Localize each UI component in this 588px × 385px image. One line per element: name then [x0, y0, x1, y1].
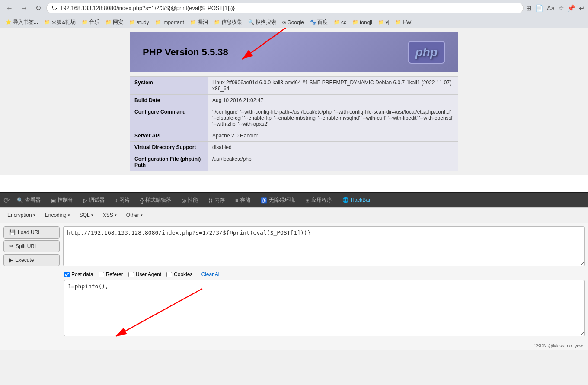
- console-icon: ▣: [51, 197, 56, 204]
- network-icon: ↕: [115, 197, 118, 204]
- accessibility-icon: ♿: [261, 197, 267, 204]
- tab-storage[interactable]: ≡ 存储: [230, 193, 256, 207]
- table-label-cell: System: [130, 77, 208, 95]
- table-row: Virtual Directory Supportdisabled: [130, 142, 458, 153]
- bookmark-google[interactable]: G Google: [280, 19, 306, 26]
- bookmark-hw[interactable]: 📁 HW: [393, 19, 413, 26]
- table-value-cell: './configure' '--with-config-file-path=/…: [208, 106, 458, 130]
- post-data-checkbox[interactable]: [64, 272, 70, 277]
- table-label-cell: Configuration File (php.ini) Path: [130, 153, 208, 171]
- footer-text: CSDN @Massimo_ycw: [534, 343, 583, 348]
- tab-perf[interactable]: ◎ 性能: [176, 193, 203, 207]
- table-value-cell: Aug 10 2016 21:02:47: [208, 95, 458, 106]
- bookmark-baidu[interactable]: 🐾 百度: [308, 18, 330, 27]
- nav-bar: ← → ↻ 🛡 ⊞ 📄 Aa ☆ 📌 ↩: [0, 0, 588, 16]
- encoding-menu[interactable]: Encoding ▾: [41, 210, 74, 220]
- star-icon[interactable]: ☆: [558, 4, 564, 12]
- bookmark-baidu-label: 百度: [317, 19, 328, 26]
- bookmark-infocollect-icon: 📁: [214, 19, 220, 25]
- bookmark-study-icon: 📁: [129, 19, 135, 25]
- perf-icon: ◎: [182, 197, 186, 204]
- bookmark-study-label: study: [137, 19, 149, 25]
- address-bar[interactable]: [60, 5, 518, 11]
- bookmark-study[interactable]: 📁 study: [127, 19, 151, 26]
- bookmark-hw-label: HW: [403, 19, 411, 25]
- table-row: SystemLinux 2ff0906ae91d 6.0.0-kali3-amd…: [130, 77, 458, 95]
- bookmark-sogou[interactable]: 🔍 搜狗搜索: [246, 18, 278, 27]
- tab-network[interactable]: ↕ 网络: [110, 193, 135, 207]
- tab-memory[interactable]: ⟨⟩ 内存: [203, 193, 230, 207]
- bookmark-tongji[interactable]: 📁 tongji: [350, 19, 374, 26]
- php-info-table: SystemLinux 2ff0906ae91d 6.0.0-kali3-amd…: [130, 76, 458, 171]
- referer-checkbox-label[interactable]: Referer: [99, 271, 123, 277]
- bookmark-vuln[interactable]: 📁 漏洞: [188, 18, 210, 27]
- cookies-checkbox-label[interactable]: Cookies: [166, 271, 192, 277]
- hackbar-url-section: 💾 Load URL ✂ Split URL ▶ Execute: [0, 223, 588, 270]
- execute-button[interactable]: ▶ Execute: [3, 254, 60, 266]
- main-content: PHP Version 5.5.38 php: [0, 28, 588, 192]
- bookmark-netsec-label: 网安: [113, 19, 123, 26]
- bookmark-netsec[interactable]: 📁 网安: [103, 18, 125, 27]
- bookmark-music-label: 音乐: [89, 19, 99, 26]
- tab-hackbar[interactable]: 🌐 HackBar: [337, 194, 376, 207]
- table-value-cell: Linux 2ff0906ae91d 6.0.0-kali3-amd64 #1 …: [208, 77, 458, 95]
- table-row: Build DateAug 10 2016 21:02:47: [130, 95, 458, 106]
- tab-accessibility[interactable]: ♿ 无障碍环境: [256, 193, 300, 207]
- bookmark-tongji-label: tongji: [360, 19, 372, 25]
- encryption-menu[interactable]: Encryption ▾: [3, 210, 39, 220]
- bookmark-infocollect[interactable]: 📁 信息收集: [212, 18, 244, 27]
- bookmark-infocollect-label: 信息收集: [221, 19, 242, 26]
- forward-button[interactable]: →: [18, 3, 30, 13]
- tab-style-label: 样式编辑器: [145, 197, 171, 204]
- bookmark-music[interactable]: 📁 音乐: [80, 18, 102, 27]
- load-url-button[interactable]: 💾 Load URL: [3, 226, 60, 239]
- devtools-toggle[interactable]: ⟳: [3, 196, 10, 205]
- app-icon: ⊞: [305, 197, 310, 204]
- execute-label: Execute: [15, 257, 34, 263]
- xss-dropdown-icon: ▾: [115, 213, 117, 217]
- cookies-checkbox[interactable]: [166, 272, 172, 277]
- post-data-checkbox-label[interactable]: Post data: [64, 271, 93, 277]
- clear-all-button[interactable]: Clear All: [201, 271, 220, 277]
- reload-button[interactable]: ↻: [33, 3, 44, 13]
- url-input[interactable]: [63, 226, 585, 266]
- translate-icon[interactable]: Aa: [547, 4, 555, 12]
- debugger-icon: ▷: [83, 197, 87, 204]
- split-url-button[interactable]: ✂ Split URL: [3, 240, 60, 252]
- user-agent-checkbox[interactable]: [128, 272, 134, 277]
- hackbar-menu: Encryption ▾ Encoding ▾ SQL ▾ XSS ▾ Othe…: [0, 208, 588, 223]
- extensions-icon[interactable]: ⊞: [526, 4, 532, 12]
- tab-hackbar-label: HackBar: [351, 197, 371, 203]
- tab-debugger[interactable]: ▷ 调试器: [78, 193, 110, 207]
- tab-style[interactable]: {} 样式编辑器: [135, 193, 176, 207]
- xss-label: XSS: [103, 212, 113, 218]
- post-data-input[interactable]: [64, 280, 585, 336]
- user-agent-checkbox-label[interactable]: User Agent: [128, 271, 161, 277]
- bookmark-import-icon: ⭐: [6, 19, 12, 25]
- bookmark-import-label: 导入书签...: [13, 19, 38, 26]
- other-menu[interactable]: Other ▾: [122, 210, 147, 220]
- pin-icon[interactable]: 📌: [567, 4, 575, 12]
- other-label: Other: [126, 212, 139, 218]
- tab-app[interactable]: ⊞ 应用程序: [300, 193, 337, 207]
- bookmark-cc[interactable]: 📁 cc: [332, 19, 348, 26]
- bookmark-sogou-icon: 🔍: [248, 19, 254, 25]
- php-logo: php: [408, 41, 445, 64]
- xss-menu[interactable]: XSS ▾: [99, 210, 121, 220]
- bookmark-yj[interactable]: 📁 yj: [376, 19, 392, 26]
- table-row: Configure Command'./configure' '--with-c…: [130, 106, 458, 130]
- referer-checkbox[interactable]: [99, 272, 104, 277]
- more-icon[interactable]: ↩: [579, 4, 585, 12]
- tab-console[interactable]: ▣ 控制台: [46, 193, 78, 207]
- bookmark-icon[interactable]: 📄: [535, 4, 543, 12]
- bookmark-import[interactable]: ⭐ 导入书签...: [3, 18, 40, 27]
- tab-storage-label: 存储: [240, 197, 250, 204]
- bookmark-firefox[interactable]: 📁 火狐&靶场: [42, 18, 78, 27]
- back-button[interactable]: ←: [3, 3, 16, 13]
- tab-viewer[interactable]: 🔍 查看器: [12, 193, 46, 207]
- table-label-cell: Build Date: [130, 95, 208, 106]
- devtools-tabs: ⟳ 🔍 查看器 ▣ 控制台 ▷ 调试器 ↕ 网络 {} 样式编辑器 ◎ 性能 ⟨…: [0, 192, 588, 207]
- bookmark-netsec-icon: 📁: [105, 19, 112, 25]
- bookmark-important[interactable]: 📁 important: [153, 19, 186, 26]
- sql-menu[interactable]: SQL ▾: [76, 210, 97, 220]
